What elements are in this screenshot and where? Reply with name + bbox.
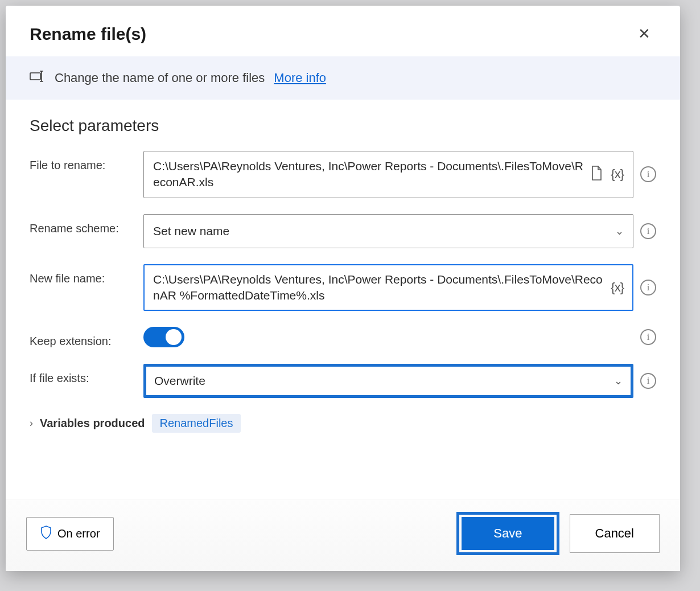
dialog-footer: On error Save Cancel xyxy=(6,499,680,571)
rename-icon xyxy=(30,70,46,86)
variables-produced-label: Variables produced xyxy=(40,417,145,430)
dialog-description-bar: Change the name of one or more files Mor… xyxy=(6,56,680,100)
dialog-header: Rename file(s) ✕ xyxy=(6,6,680,56)
chevron-down-icon: ⌄ xyxy=(615,225,624,237)
chevron-down-icon: ⌄ xyxy=(614,375,623,387)
file-to-rename-label: File to rename: xyxy=(30,151,143,172)
new-file-name-input[interactable]: C:\Users\PA\Reynolds Ventures, Inc\Power… xyxy=(143,264,633,311)
variable-picker-icon[interactable]: {x} xyxy=(611,167,624,182)
keep-extension-label: Keep extension: xyxy=(30,327,143,348)
info-icon[interactable]: i xyxy=(640,280,656,296)
info-icon[interactable]: i xyxy=(640,223,656,239)
dialog-title: Rename file(s) xyxy=(30,24,146,44)
close-icon[interactable]: ✕ xyxy=(632,22,656,46)
rename-scheme-select[interactable]: Set new name ⌄ xyxy=(143,214,633,248)
rename-files-dialog: Rename file(s) ✕ Change the name of one … xyxy=(6,6,680,571)
shield-icon xyxy=(40,526,52,542)
field-keep-extension: Keep extension: i xyxy=(30,327,656,348)
cancel-button[interactable]: Cancel xyxy=(570,514,660,553)
dialog-content: Select parameters File to rename: C:\Use… xyxy=(6,100,680,499)
save-button[interactable]: Save xyxy=(462,517,554,550)
field-rename-scheme: Rename scheme: Set new name ⌄ i xyxy=(30,214,656,248)
variable-chip-renamedfiles[interactable]: RenamedFiles xyxy=(152,414,241,433)
info-icon[interactable]: i xyxy=(640,373,656,389)
new-file-name-label: New file name: xyxy=(30,264,143,285)
file-picker-icon[interactable] xyxy=(590,166,603,183)
info-icon[interactable]: i xyxy=(640,329,656,345)
dialog-description: Change the name of one or more files xyxy=(55,71,265,85)
keep-extension-toggle[interactable] xyxy=(143,327,184,347)
rename-scheme-label: Rename scheme: xyxy=(30,214,143,235)
field-if-file-exists: If file exists: Overwrite ⌄ i xyxy=(30,364,656,398)
field-new-file-name: New file name: C:\Users\PA\Reynolds Vent… xyxy=(30,264,656,311)
if-file-exists-select[interactable]: Overwrite ⌄ xyxy=(143,364,633,398)
section-title: Select parameters xyxy=(30,117,656,135)
more-info-link[interactable]: More info xyxy=(274,71,326,85)
variable-picker-icon[interactable]: {x} xyxy=(611,280,624,295)
if-file-exists-label: If file exists: xyxy=(30,364,143,385)
file-to-rename-input[interactable]: C:\Users\PA\Reynolds Ventures, Inc\Power… xyxy=(143,151,633,198)
save-button-highlight: Save xyxy=(456,512,559,555)
variables-produced-row[interactable]: › Variables produced RenamedFiles xyxy=(30,414,656,433)
svg-rect-0 xyxy=(30,73,40,80)
field-file-to-rename: File to rename: C:\Users\PA\Reynolds Ven… xyxy=(30,151,656,198)
info-icon[interactable]: i xyxy=(640,166,656,182)
chevron-right-icon: › xyxy=(30,417,33,429)
on-error-button[interactable]: On error xyxy=(26,517,114,551)
